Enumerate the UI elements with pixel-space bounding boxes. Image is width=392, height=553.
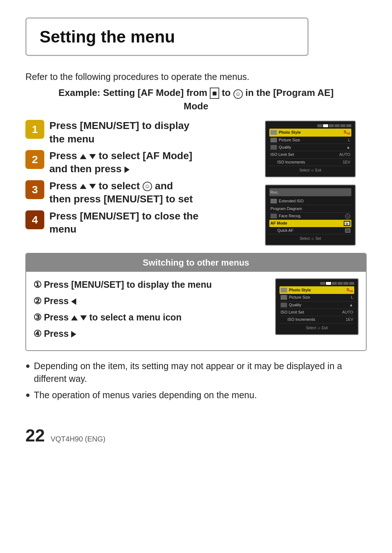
switching-body: ① Press [MENU/SET] to display the menu ②… xyxy=(26,272,366,350)
steps-left: 1 Press [MENU/SET] to displaythe menu 2 … xyxy=(25,119,265,246)
bullet-text-1: Depending on the item, its setting may n… xyxy=(34,360,367,385)
page-title: Setting the menu xyxy=(40,25,294,48)
bullets-section: ● Depending on the item, its setting may… xyxy=(25,360,367,401)
steps-right: Photo Style STO Picture Size L Quality ▲… xyxy=(265,119,367,246)
bullet-text-2: The operation of menus varies depending … xyxy=(34,389,257,401)
step-text-3: Press to select ☺ andthen press [MENU/SE… xyxy=(49,179,193,206)
step-number-1: 1 xyxy=(25,120,44,139)
switching-step-3: ③ Press to select a menu icon xyxy=(33,311,268,324)
switching-header: Switching to other menus xyxy=(26,254,366,272)
example-text: Example: Setting [AF Mode] from ■ to ☺ i… xyxy=(25,86,367,113)
bullet-1: ● Depending on the item, its setting may… xyxy=(25,360,367,385)
step-number-3: 3 xyxy=(25,180,44,199)
step-number-4: 4 xyxy=(25,210,44,229)
switching-step-4: ④ Press xyxy=(33,327,268,340)
switching-step-2: ② Press xyxy=(33,295,268,307)
step-text-1: Press [MENU/SET] to displaythe menu xyxy=(49,119,189,146)
steps-area: 1 Press [MENU/SET] to displaythe menu 2 … xyxy=(25,119,367,246)
step-3: 3 Press to select ☺ andthen press [MENU/… xyxy=(25,179,265,206)
switching-steps: ① Press [MENU/SET] to display the menu ②… xyxy=(33,278,268,344)
step-text-4: Press [MENU/SET] to close themenu xyxy=(49,210,199,236)
switching-step-1: ① Press [MENU/SET] to display the menu xyxy=(33,278,268,291)
page-number: 22 xyxy=(25,423,45,448)
step-4: 4 Press [MENU/SET] to close themenu xyxy=(25,210,265,236)
step-number-2: 2 xyxy=(25,150,44,169)
page-number-area: 22 VQT4H90 (ENG) xyxy=(25,423,367,448)
camera-screen-2: Rec. Extended ISO Program Diagram Face R… xyxy=(265,185,356,246)
switching-box: Switching to other menus ① Press [MENU/S… xyxy=(25,253,367,351)
step-text-2: Press to select [AF Mode]and then press xyxy=(49,149,192,176)
switching-camera-screen: Photo Style STO Picture Size L Quality ▲ xyxy=(275,278,359,335)
camera-screen-1: Photo Style STO Picture Size L Quality ▲… xyxy=(265,121,356,177)
intro-text: Refer to the following procedures to ope… xyxy=(25,70,367,83)
title-box: Setting the menu xyxy=(25,17,309,56)
bullet-dot-1: ● xyxy=(25,360,30,372)
bullet-2: ● The operation of menus varies dependin… xyxy=(25,389,367,401)
page-code: VQT4H90 (ENG) xyxy=(50,434,105,444)
step-1: 1 Press [MENU/SET] to displaythe menu xyxy=(25,119,265,146)
step-2: 2 Press to select [AF Mode]and then pres… xyxy=(25,149,265,176)
bullet-dot-2: ● xyxy=(25,389,30,401)
